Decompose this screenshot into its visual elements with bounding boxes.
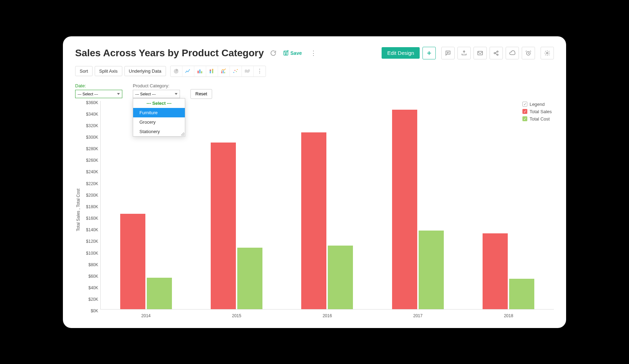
bar-total-sales[interactable] [211, 143, 236, 309]
bar-total-sales[interactable] [120, 214, 145, 309]
dropdown-option[interactable]: Stationery [133, 127, 185, 136]
comment-icon[interactable] [441, 47, 455, 59]
underlying-data-button[interactable]: Underlying Data [124, 66, 166, 76]
more-menu[interactable]: ⋮ [308, 49, 319, 58]
svg-rect-10 [200, 70, 201, 73]
edit-design-button[interactable]: Edit Design [382, 47, 420, 59]
mail-icon[interactable] [473, 47, 487, 59]
bar-total-cost[interactable] [147, 278, 172, 309]
svg-point-22 [237, 69, 238, 70]
sort-button[interactable]: Sort [75, 66, 93, 76]
bar-total-cost[interactable] [419, 231, 444, 309]
header-actions: Edit Design [382, 47, 554, 59]
dropdown-option[interactable]: Furniture [133, 108, 185, 117]
svg-rect-16 [222, 71, 223, 73]
svg-point-7 [547, 52, 548, 54]
more-chart-types[interactable]: ⋮ [254, 66, 266, 77]
svg-rect-2 [478, 51, 483, 55]
x-axis-ticks: 20142015201620172018 [101, 313, 554, 318]
date-select[interactable]: --- Select --- [75, 90, 122, 98]
y-axis-title: Total Sales , Total Cost [75, 189, 81, 231]
cloud-icon[interactable] [506, 47, 519, 59]
add-button[interactable] [422, 47, 436, 59]
bar-total-sales[interactable] [483, 233, 508, 309]
combo-icon[interactable] [218, 66, 230, 77]
svg-point-21 [236, 71, 237, 72]
x-tick: 2014 [141, 313, 151, 318]
bar-group [301, 132, 353, 309]
svg-rect-9 [198, 71, 199, 73]
category-filter: Product Category: --- Select --- --- Sel… [133, 83, 180, 98]
pie-icon[interactable] [171, 66, 182, 77]
bar-total-cost[interactable] [237, 248, 262, 309]
report-card: Sales Across Years by Product Category S… [63, 36, 566, 328]
alarm-icon[interactable] [522, 47, 535, 59]
y-axis-ticks: $360K$340K$320K$300K$280K$260K$240K$220K… [81, 101, 100, 319]
svg-rect-13 [210, 70, 211, 71]
stacked-bar-icon[interactable] [206, 66, 218, 77]
svg-rect-18 [224, 72, 225, 73]
split-axis-button[interactable]: Split Axis [95, 66, 122, 76]
category-dropdown: --- Select --- Furniture Grocery Station… [133, 98, 185, 137]
resize-handle-icon[interactable] [181, 132, 185, 136]
bar-total-sales[interactable] [392, 110, 417, 309]
chart-type-group: ⋮ [170, 66, 266, 77]
dropdown-option[interactable]: Grocery [133, 117, 185, 127]
dropdown-header[interactable]: --- Select --- [133, 99, 185, 108]
bar-icon[interactable] [194, 66, 206, 77]
bar-total-sales[interactable] [301, 132, 326, 309]
bar-group [210, 143, 263, 309]
x-tick: 2018 [504, 313, 513, 318]
bar-group [120, 214, 172, 309]
date-filter-label: Date: [75, 83, 122, 88]
scatter-icon[interactable] [230, 66, 242, 77]
category-filter-label: Product Category: [133, 83, 180, 88]
bar-total-cost[interactable] [328, 246, 353, 309]
svg-point-1 [285, 53, 287, 54]
filter-row: Date: --- Select --- Product Category: -… [75, 83, 554, 99]
settings-icon[interactable] [541, 47, 554, 59]
map-icon[interactable] [242, 66, 254, 77]
toolbar-row: Sort Split Axis Underlying Data [75, 66, 554, 77]
bar-group [392, 110, 444, 309]
svg-rect-15 [212, 69, 213, 70]
save-button[interactable]: Save [283, 50, 302, 56]
page-title: Sales Across Years by Product Category [75, 48, 264, 59]
bar-group [482, 233, 535, 309]
export-icon[interactable] [457, 47, 471, 59]
svg-point-19 [233, 72, 234, 73]
date-filter: Date: --- Select --- [75, 83, 122, 98]
category-select[interactable]: --- Select --- [133, 90, 180, 98]
x-tick: 2015 [232, 313, 241, 318]
refresh-icon[interactable] [270, 50, 276, 56]
svg-rect-11 [201, 71, 202, 73]
bar-total-cost[interactable] [509, 279, 534, 309]
header-row: Sales Across Years by Product Category S… [75, 47, 554, 59]
svg-rect-17 [223, 70, 224, 73]
share-icon[interactable] [490, 47, 503, 59]
svg-point-20 [234, 70, 236, 71]
save-label: Save [290, 50, 302, 56]
reset-button[interactable]: Reset [190, 89, 212, 99]
line-icon[interactable] [182, 66, 194, 77]
x-tick: 2016 [323, 313, 332, 318]
x-tick: 2017 [413, 313, 423, 318]
